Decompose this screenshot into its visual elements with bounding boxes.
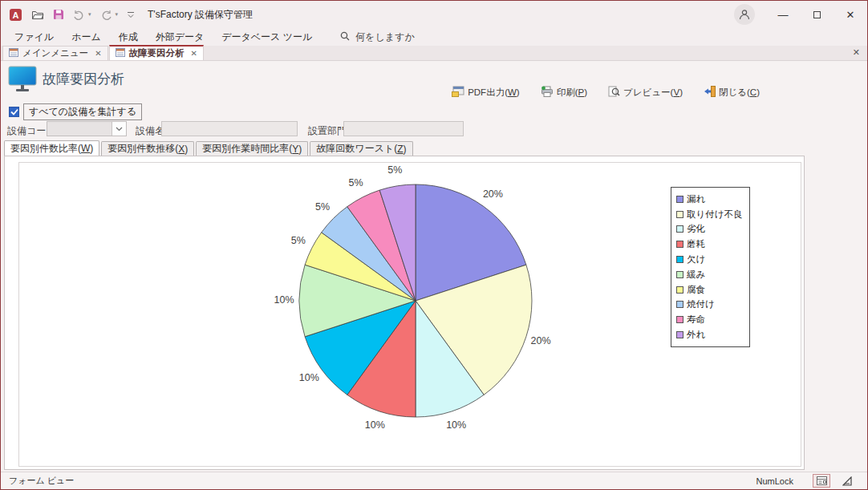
minimize-button[interactable]: —: [766, 1, 800, 28]
close-tab-icon[interactable]: ✕: [191, 49, 197, 58]
legend-swatch: [676, 331, 683, 338]
preview-button[interactable]: プレビュー(V): [608, 86, 683, 99]
ribbon-tab-home[interactable]: ホーム: [63, 30, 110, 44]
monitor-icon: [8, 66, 37, 95]
legend-swatch: [676, 316, 683, 323]
legend-label: 磨耗: [687, 238, 705, 250]
print-icon: [541, 86, 554, 99]
maximize-button[interactable]: [800, 1, 834, 28]
pie-percent-label: 5%: [387, 164, 402, 176]
preview-label: プレビュー(V): [623, 87, 683, 99]
redo-dropdown-icon[interactable]: ▾: [116, 11, 119, 18]
undo-dropdown-icon[interactable]: ▾: [88, 11, 91, 18]
pie-percent-label: 10%: [446, 419, 466, 431]
doc-tab-failure-analysis[interactable]: 故障要因分析✕: [109, 45, 204, 60]
statusbar-right: NumLock: [756, 474, 867, 488]
equipment-code-value: [47, 122, 112, 136]
pie-percent-label: 10%: [365, 419, 385, 431]
ribbon: ファイルホーム作成外部データデータベース ツール 何をしますか: [1, 28, 867, 46]
legend-label: 緩み: [687, 269, 705, 281]
ribbon-tab-strip: ファイルホーム作成外部データデータベース ツール: [6, 30, 321, 44]
ribbon-tab-external-data[interactable]: 外部データ: [147, 30, 213, 44]
close-all-tabs-icon[interactable]: ✕: [853, 47, 860, 58]
legend-label: 漏れ: [687, 193, 705, 205]
form-icon: [9, 48, 18, 59]
legend-item: 漏れ: [676, 192, 743, 207]
form-action-bar: PDF出力(W)印刷(P)プレビュー(V)閉じる(C): [452, 86, 760, 99]
redo-icon[interactable]: [100, 10, 112, 20]
legend-label: 取り付け不良: [687, 209, 743, 221]
close-window-button[interactable]: ✕: [834, 1, 867, 28]
doc-tab-label: メインメニュー: [22, 47, 88, 59]
equipment-code-combobox[interactable]: [47, 121, 127, 136]
design-view-button[interactable]: [838, 474, 856, 488]
legend-item: 腐食: [676, 282, 743, 298]
equipment-name-label: 設備名: [136, 124, 164, 138]
subtab-count-ratio[interactable]: 要因別件数比率(W): [4, 140, 99, 156]
quick-access-toolbar: A ▾ ▾: [9, 8, 135, 22]
titlebar: A ▾ ▾ T'sFactory 設備保守管理 — ✕: [1, 1, 867, 28]
pie-percent-label: 5%: [315, 201, 330, 213]
save-icon[interactable]: [53, 9, 64, 20]
aggregate-all-label: すべての設備を集計する: [23, 103, 142, 120]
pie-percent-label: 5%: [291, 235, 306, 246]
app-title: T'sFactory 設備保守管理: [148, 8, 253, 22]
close-form-button[interactable]: 閉じる(C): [704, 86, 760, 99]
aggregate-all-checkbox[interactable]: [9, 107, 19, 117]
pie-percent-label: 20%: [530, 335, 550, 346]
pie-percent-label: 20%: [483, 188, 503, 200]
qat-customize-icon[interactable]: [127, 10, 135, 18]
legend-label: 外れ: [687, 329, 705, 341]
legend-label: 劣化: [687, 223, 705, 235]
doc-tab-main-menu[interactable]: メインメニュー✕: [2, 46, 108, 60]
legend-item: 磨耗: [676, 237, 743, 252]
statusbar: フォーム ビュー NumLock: [1, 472, 867, 489]
chevron-down-icon[interactable]: [112, 122, 126, 136]
legend-item: 劣化: [676, 222, 743, 237]
legend-label: 焼付け: [687, 298, 715, 310]
department-field[interactable]: [343, 121, 464, 136]
view-mode-label: フォーム ビュー: [1, 475, 74, 487]
legend-swatch: [676, 225, 683, 233]
legend-swatch: [676, 211, 683, 218]
legend-swatch: [676, 301, 683, 308]
tell-me-search[interactable]: 何をしますか: [340, 30, 414, 44]
form-view-button[interactable]: [813, 474, 830, 488]
subtab-count-trend[interactable]: 要因別件数推移(X): [101, 141, 194, 156]
undo-icon[interactable]: [73, 10, 85, 20]
print-button[interactable]: 印刷(P): [541, 86, 587, 99]
pdf-export-button[interactable]: PDF出力(W): [452, 86, 520, 99]
legend-swatch: [676, 256, 683, 263]
pie-chart: 20%20%10%10%10%10%5%5%5%5% 漏れ取り付け不良劣化磨耗欠…: [18, 162, 801, 467]
subtab-failure-worst[interactable]: 故障回数ワースト(Z): [310, 141, 412, 156]
equipment-name-field[interactable]: [161, 121, 298, 136]
legend-swatch: [676, 286, 683, 294]
analysis-subtabs: 要因別件数比率(W)要因別件数推移(X)要因別作業時間比率(Y)故障回数ワースト…: [4, 140, 415, 156]
search-label: 何をしますか: [355, 30, 414, 44]
legend-item: 緩み: [676, 267, 743, 282]
legend-swatch: [676, 196, 683, 203]
close-form-icon: [704, 86, 716, 99]
legend-item: 欠け: [676, 252, 743, 267]
legend-item: 外れ: [676, 327, 743, 342]
pie-percent-label: 5%: [348, 177, 363, 188]
chart-legend: 漏れ取り付け不良劣化磨耗欠け緩み腐食焼付け寿命外れ: [671, 187, 750, 347]
legend-swatch: [676, 241, 683, 248]
account-icon[interactable]: [734, 4, 755, 25]
aggregate-all-row: すべての設備を集計する: [9, 103, 142, 120]
pie-percent-label: 10%: [274, 294, 294, 306]
legend-swatch: [676, 271, 683, 278]
ribbon-tab-create[interactable]: 作成: [110, 30, 147, 44]
legend-item: 取り付け不良: [676, 207, 743, 222]
ribbon-tab-file[interactable]: ファイル: [6, 30, 63, 44]
page-title: 故障要因分析: [43, 70, 124, 88]
form-failure-analysis: 故障要因分析 PDF出力(W)印刷(P)プレビュー(V)閉じる(C) すべての設…: [1, 61, 867, 472]
open-icon[interactable]: [31, 10, 44, 20]
close-tab-icon[interactable]: ✕: [95, 49, 101, 58]
legend-label: 欠け: [687, 253, 705, 265]
numlock-indicator: NumLock: [756, 476, 793, 486]
subtab-worktime-ratio[interactable]: 要因別作業時間比率(Y): [196, 141, 308, 156]
department-label: 設置部門: [308, 124, 347, 138]
access-app-icon[interactable]: A: [9, 8, 22, 22]
ribbon-tab-database-tools[interactable]: データベース ツール: [213, 30, 321, 44]
